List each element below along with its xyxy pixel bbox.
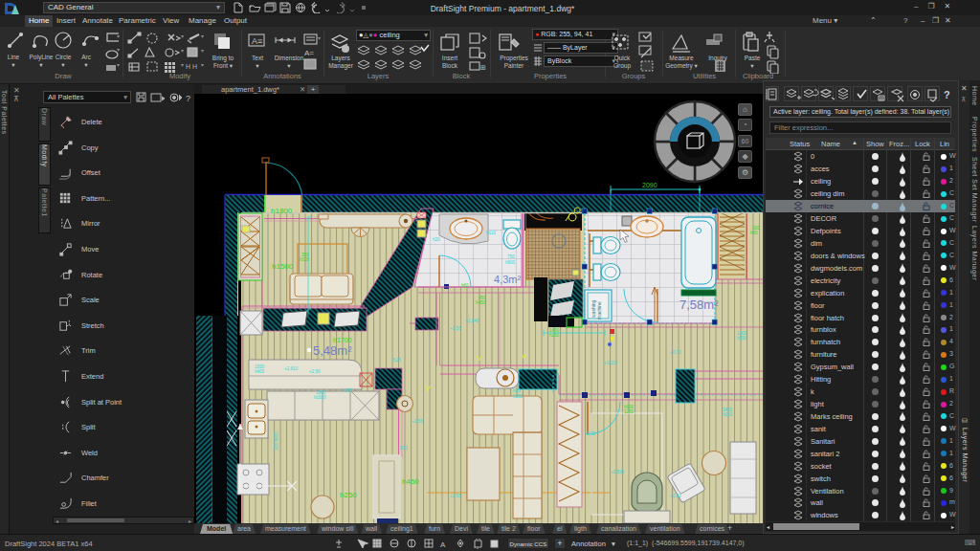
- svg-text:h1700: h1700: [333, 337, 352, 343]
- svg-text:1250: 1250: [624, 409, 635, 414]
- svg-text:h250: h250: [549, 333, 560, 338]
- svg-text:h75: h75: [345, 388, 352, 393]
- svg-text:h60: h60: [461, 283, 469, 288]
- svg-text:900 h900: 900 h900: [274, 431, 278, 450]
- svg-text:+2,56: +2,56: [412, 419, 423, 424]
- svg-text:?: ?: [944, 89, 950, 100]
- svg-text:A: A: [440, 540, 446, 549]
- svg-text:+2,56: +2,56: [450, 326, 461, 331]
- svg-text:h900: h900: [505, 260, 516, 265]
- svg-text:A=: A=: [304, 49, 314, 57]
- svg-text:+2,840: +2,840: [465, 319, 479, 323]
- svg-text:5,48m²: 5,48m²: [313, 343, 352, 358]
- svg-text:h35: h35: [513, 388, 521, 393]
- svg-text:h330: h330: [300, 257, 310, 262]
- svg-text:h250: h250: [723, 412, 733, 417]
- svg-text:h1500: h1500: [272, 262, 294, 271]
- svg-text:h1800: h1800: [271, 207, 293, 215]
- svg-text:H H: H H: [186, 63, 197, 70]
- svg-text:⊞: ⊞: [480, 64, 486, 71]
- svg-text:h250: h250: [340, 491, 357, 499]
- svg-text:h590: h590: [513, 394, 523, 399]
- svg-text:h350: h350: [737, 336, 747, 341]
- svg-text:750: 750: [507, 254, 515, 259]
- svg-text:500: 500: [400, 446, 408, 451]
- svg-text:+2,580: +2,580: [611, 470, 624, 474]
- svg-text:+0,70: +0,70: [670, 350, 681, 355]
- svg-text:h80: h80: [750, 231, 758, 235]
- svg-text:h450: h450: [402, 477, 419, 486]
- svg-text:h20: h20: [433, 237, 440, 242]
- svg-text:h450: h450: [476, 300, 486, 305]
- svg-text:7,58m²: 7,58m²: [679, 298, 719, 312]
- svg-text:+2,610: +2,610: [284, 366, 298, 371]
- svg-text:machine: machine: [596, 301, 602, 320]
- svg-text:4,3m²: 4,3m²: [494, 274, 521, 285]
- svg-text:+2,56: +2,56: [309, 369, 321, 374]
- svg-text:?: ?: [186, 94, 190, 103]
- svg-text:+2,56: +2,56: [450, 494, 461, 498]
- svg-text:h400: h400: [255, 369, 265, 374]
- svg-text:+3,110: +3,110: [604, 361, 617, 365]
- svg-text:+2,90: +2,90: [584, 431, 595, 436]
- svg-text:A≡: A≡: [252, 36, 262, 46]
- svg-text:+0,80: +0,80: [670, 494, 681, 498]
- svg-text:h1600: h1600: [314, 395, 326, 400]
- svg-text:h110: h110: [486, 231, 496, 235]
- svg-text:8,25: 8,25: [392, 358, 401, 363]
